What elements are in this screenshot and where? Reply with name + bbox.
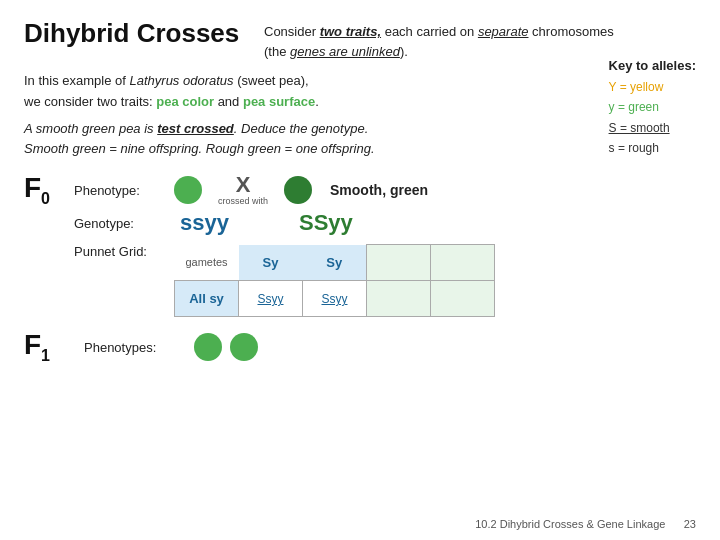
f0-label: F0 [24, 174, 60, 207]
desc-line2: Smooth green = nine offspring. Rough gre… [24, 141, 375, 156]
genotype-row: Genotype: ssyy SSyy [74, 210, 696, 236]
intro-trait2: pea surface [243, 94, 315, 109]
punnet-data-row: All sy Ssyy Ssyy [175, 281, 495, 317]
key-Y: Y = yellow [609, 77, 696, 97]
genotype-val-right: SSyy [299, 210, 353, 236]
intro-p5: . [315, 94, 319, 109]
desc-emphasis: test crossed [157, 121, 234, 136]
punnet-header-row: gametes Sy Sy [175, 245, 495, 281]
phenotype-label: Phenotype: [74, 183, 164, 198]
key-S-label: S = smooth [609, 121, 670, 135]
title-text: Dihybrid Crosses [24, 18, 239, 48]
desc-italic: A smooth green pea is test crossed. Dedu… [24, 119, 696, 161]
desc-p1: A smooth green pea is [24, 121, 157, 136]
desc-genes: genes are unlinked [290, 44, 400, 59]
key-s-label: s = rough [609, 141, 659, 155]
allsy-cell: All sy [175, 281, 239, 317]
f1-sub: 1 [41, 347, 50, 364]
gamete-header-2: Sy [303, 245, 367, 281]
punnet-grid-row: Punnet Grid: gametes Sy Sy All sy Ssyy S… [74, 244, 696, 317]
key-Y-label: Y = yellow [609, 80, 664, 94]
phenotype-row: Phenotype: X crossed with Smooth, green [74, 174, 696, 206]
header: Dihybrid Crosses Consider two traits, ea… [24, 18, 696, 61]
f1-circle-2 [230, 333, 258, 361]
key-y: y = green [609, 97, 696, 117]
key-title: Key to alleles: [609, 55, 696, 77]
empty-cell-1 [367, 245, 431, 281]
intro-p3: we consider two traits: [24, 94, 156, 109]
f0-content: Phenotype: X crossed with Smooth, green … [74, 174, 696, 321]
punnet-cell-1: Ssyy [239, 281, 303, 317]
key-S: S = smooth [609, 118, 696, 138]
phenotype-circle-left [174, 176, 202, 204]
cross-symbol: X crossed with [218, 174, 268, 206]
f0-sub: 0 [41, 190, 50, 207]
key-y-label: y = green [609, 100, 659, 114]
f1-phenotype-label: Phenotypes: [84, 340, 174, 355]
key-box: Key to alleles: Y = yellow y = green S =… [609, 55, 696, 159]
f1-circle-1 [194, 333, 222, 361]
cross-with-label: crossed with [218, 196, 268, 206]
intro-trait1: pea color [156, 94, 214, 109]
empty-cell-4 [431, 281, 495, 317]
f1-section: F1 Phenotypes: [24, 331, 696, 364]
desc-p2: . Deduce the genotype. [234, 121, 368, 136]
punnet-grid-label: Punnet Grid: [74, 244, 164, 259]
f1-circles [194, 333, 258, 361]
punnet-cell-2: Ssyy [303, 281, 367, 317]
desc-p4: ). [400, 44, 408, 59]
f0-section: F0 Phenotype: X crossed with Smooth, gre… [24, 174, 696, 321]
genotype-val-left: ssyy [180, 210, 229, 236]
f0-letter: F [24, 172, 41, 203]
genotype-label: Genotype: [74, 216, 164, 231]
empty-cell-2 [431, 245, 495, 281]
smooth-green-label: Smooth, green [330, 182, 428, 198]
intro-text: In this example of Lathyrus odoratus (sw… [24, 71, 696, 113]
header-description: Consider two traits, each carried on sep… [264, 22, 624, 61]
page: Dihybrid Crosses Consider two traits, ea… [0, 0, 720, 540]
intro-p4: and [214, 94, 243, 109]
intro-p2: (sweet pea), [234, 73, 309, 88]
intro-p1: In this example of [24, 73, 130, 88]
f1-label: F1 [24, 331, 60, 364]
footer-page: 23 [684, 518, 696, 530]
gamete-header-1: Sy [239, 245, 303, 281]
key-s: s = rough [609, 138, 696, 158]
phenotype-circle-right [284, 176, 312, 204]
desc-p2: each carried on [381, 24, 478, 39]
empty-cell-3 [367, 281, 431, 317]
footer: 10.2 Dihybrid Crosses & Gene Linkage 23 [475, 518, 696, 530]
desc-two-traits: two traits, [320, 24, 381, 39]
desc-p1: Consider [264, 24, 320, 39]
intro-species: Lathyrus odoratus [130, 73, 234, 88]
desc-separate: separate [478, 24, 529, 39]
footer-text: 10.2 Dihybrid Crosses & Gene Linkage [475, 518, 665, 530]
punnet-table: gametes Sy Sy All sy Ssyy Ssyy [174, 244, 495, 317]
cross-x: X [236, 174, 251, 196]
f1-letter: F [24, 329, 41, 360]
cell-ssvv-2: Ssyy [321, 292, 347, 306]
page-title: Dihybrid Crosses [24, 18, 244, 49]
gametes-cell: gametes [175, 245, 239, 281]
cell-ssvv-1: Ssyy [257, 292, 283, 306]
